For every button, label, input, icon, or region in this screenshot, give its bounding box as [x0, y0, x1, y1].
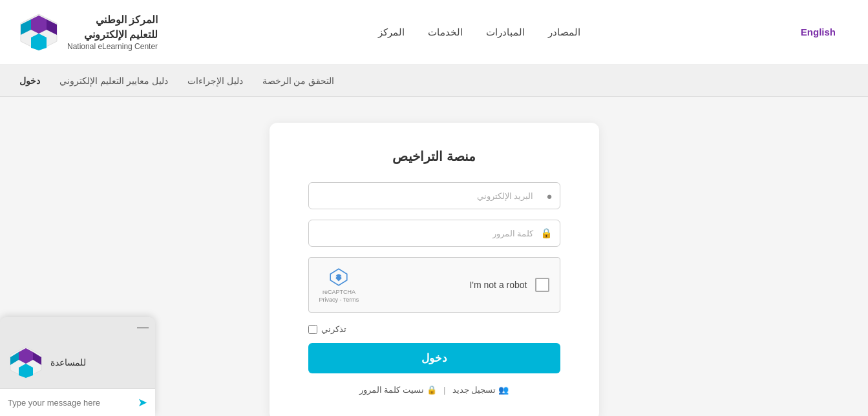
register-icon: 👥 — [498, 385, 509, 395]
lock-icon: 🔒 — [540, 227, 553, 239]
chat-minimize-button[interactable]: — — [137, 321, 149, 333]
header: English المصادر المبادرات الخدمات المركز… — [0, 0, 868, 65]
nav-center[interactable]: المركز — [378, 26, 405, 38]
remember-label: تذكرني — [321, 324, 346, 334]
remember-row: تذكرني — [308, 324, 560, 334]
recaptcha-checkbox[interactable] — [535, 278, 549, 292]
svg-marker-1 — [31, 16, 47, 34]
bottom-links: 🔒 نسيت كلمة المرور | 👥 تسجيل جديد — [308, 385, 560, 395]
new-registration-link[interactable]: 👥 تسجيل جديد — [452, 385, 509, 395]
password-input[interactable] — [308, 220, 560, 247]
nav-initiatives[interactable]: المبادرات — [486, 26, 525, 38]
chat-header: — — [0, 317, 155, 337]
logo-icon — [19, 13, 58, 52]
password-input-group: 🔒 — [308, 220, 560, 247]
chat-body: للمساعدة — [0, 337, 155, 388]
email-input[interactable] — [308, 182, 560, 209]
recaptcha-logo-icon — [328, 267, 349, 287]
recaptcha-box[interactable]: I'm not a robot reCAPTCHA Privacy - Term… — [308, 257, 560, 313]
sec-nav-verify[interactable]: التحقق من الرخصة — [262, 76, 335, 86]
recaptcha-brand-text: reCAPTCHA — [323, 289, 355, 295]
chat-send-button[interactable]: ➤ — [138, 395, 147, 410]
chat-help-text: للمساعدة — [50, 357, 86, 368]
chat-input-row: ➤ — [0, 388, 155, 416]
lang-switch[interactable]: English — [801, 26, 836, 37]
logo-area: المركز الوطنيللتعليم الإلكتروني National… — [19, 13, 158, 52]
login-button[interactable]: دخول — [308, 343, 560, 373]
recaptcha-sub-text: Privacy - Terms — [319, 296, 359, 303]
forgot-password-link[interactable]: 🔒 نسيت كلمة المرور — [359, 385, 437, 395]
remember-checkbox[interactable] — [308, 325, 317, 334]
logo-text: المركز الوطنيللتعليم الإلكتروني National… — [67, 13, 158, 51]
logo-ar-text: المركز الوطنيللتعليم الإلكتروني — [67, 13, 158, 42]
recaptcha-left: I'm not a robot — [469, 278, 549, 292]
chat-message-input[interactable] — [8, 398, 138, 408]
recaptcha-label: I'm not a robot — [469, 280, 527, 290]
logo-en-text: National eLearning Center — [67, 42, 158, 51]
nav-resources[interactable]: المصادر — [548, 26, 580, 38]
sec-nav-elearning[interactable]: دليل معايير التعليم الإلكتروني — [59, 76, 168, 86]
lock-small-icon: 🔒 — [427, 385, 437, 395]
card-title: منصة التراخيص — [308, 149, 560, 164]
chat-logo-icon — [9, 346, 43, 379]
sec-nav-procedures[interactable]: دليل الإجراءات — [187, 76, 243, 86]
login-card: منصة التراخيص ● 🔒 I'm not a robot r — [270, 123, 599, 416]
user-icon: ● — [546, 191, 552, 202]
email-input-group: ● — [308, 182, 560, 209]
recaptcha-logo-area: reCAPTCHA Privacy - Terms — [319, 267, 359, 303]
secondary-nav: التحقق من الرخصة دليل الإجراءات دليل معا… — [0, 65, 868, 97]
link-separator: | — [443, 385, 445, 395]
chat-widget: — للمساعدة ➤ — [0, 317, 155, 416]
main-nav: المصادر المبادرات الخدمات المركز — [378, 26, 580, 38]
sec-nav-login[interactable]: دخول — [19, 76, 40, 86]
nav-services[interactable]: الخدمات — [428, 26, 463, 38]
